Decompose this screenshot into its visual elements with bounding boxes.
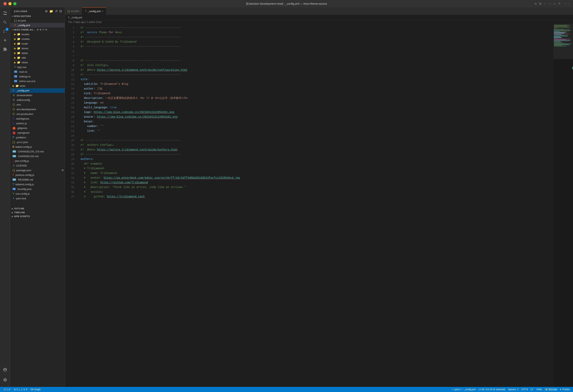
tab-close-button[interactable]: ×: [102, 10, 103, 13]
back-icon[interactable]: ←: [544, 2, 546, 5]
language-status[interactable]: YAML: [535, 388, 543, 391]
minimize-button[interactable]: [8, 2, 12, 5]
sidebar-header-actions[interactable]: ⊕ 📁 ↺ ⊟: [45, 9, 62, 13]
more-actions-icon[interactable]: ···: [564, 2, 570, 5]
folder-utils[interactable]: ▶ 📁 utils: [10, 55, 65, 60]
file-main-ts[interactable]: TS main.ts: [10, 69, 65, 74]
file-config-yml[interactable]: Y _config.yml: [10, 88, 65, 93]
line-number: 4: [65, 39, 74, 44]
source-control-activity-icon[interactable]: 3: [1, 27, 9, 35]
file-editorconfig[interactable]: ⚙ .editorconfig: [10, 98, 65, 102]
file-gitignore[interactable]: ⬤ .gitignore: [10, 126, 65, 130]
npm-scripts-section-header[interactable]: ▶ NPM SCRIPTS: [10, 214, 65, 218]
line-number: 33: [65, 175, 74, 180]
folder-tests[interactable]: ▶ 📁 tests: [10, 84, 65, 88]
yaml-validate-status[interactable]: ✓ yaml | ✓ _config.yml: [450, 388, 477, 391]
new-file-icon[interactable]: ⊕: [45, 9, 48, 13]
prettier-icon: P: [13, 136, 14, 139]
file-changelog[interactable]: MD CHANGELOG.md: [10, 154, 65, 158]
prettier-status[interactable]: ✦ Prettier: [558, 388, 571, 391]
cursor-position-status[interactable]: Ln 40, Col 24 (6 selected): [477, 388, 506, 391]
spaces-status[interactable]: Spaces: 2: [507, 388, 519, 391]
settings-activity-icon[interactable]: [1, 376, 9, 384]
file-tailwind[interactable]: T tailwind.config.js: [10, 182, 65, 187]
folder-locales[interactable]: ▶ 📁 locales: [10, 32, 65, 36]
maximize-button[interactable]: [13, 2, 17, 5]
file-tsconfig[interactable]: TS tsconfig.json: [10, 187, 65, 191]
file-yo-rc[interactable]: { } .yo-rc.json: [10, 140, 65, 144]
open-editor-en-json[interactable]: { } en.json: [10, 18, 65, 23]
eslint-icon: E: [13, 117, 14, 120]
file-changelog-cn[interactable]: MD CHANGELOG_CN.md: [10, 149, 65, 154]
file-package-json[interactable]: { } package.json M: [10, 168, 65, 172]
git-graph-status[interactable]: Git Graph: [29, 387, 42, 392]
tab-config-yml[interactable]: Y _config.yml ×: [82, 7, 106, 15]
encoding-status[interactable]: UTF-8: [520, 388, 529, 391]
file-postcss[interactable]: P postcss.config.js: [10, 172, 65, 177]
tab-en-json[interactable]: { } en.json: [65, 7, 82, 15]
line-number: 11: [65, 72, 74, 77]
code-content[interactable]: #! -------------------------------------…: [77, 24, 554, 387]
refresh-icon[interactable]: ↺: [55, 9, 58, 13]
extensions-activity-icon[interactable]: [1, 45, 9, 53]
file-label: CHANGELOG_CN.md: [18, 150, 65, 153]
folder-styles[interactable]: ▶ 📁 styles: [10, 51, 65, 55]
file-env[interactable]: ⬡ .env: [10, 102, 65, 107]
file-tree: ▶ 📁 locales ▶ 📁 models ▶ 📁 router ▶ 📁 st…: [10, 32, 65, 201]
project-section[interactable]: ▾ HEXO-THEME-AU... ⊕ ⊕ ↺ ⊟: [10, 28, 65, 32]
file-app-vue[interactable]: Y App.vue: [10, 65, 65, 69]
code-line: #! Designed & Coded By TriDiamond: [77, 39, 554, 44]
run-activity-icon[interactable]: [1, 36, 9, 44]
accounts-activity-icon[interactable]: [1, 366, 9, 374]
yarn-icon: ✦: [13, 197, 15, 200]
file-vue-config[interactable]: Y vue.config.js: [10, 191, 65, 196]
file-babel[interactable]: B babel.config.js: [10, 144, 65, 149]
folder-stores[interactable]: ▶ 📁 stores: [10, 46, 65, 51]
open-editors-section[interactable]: ▾ OPEN EDITORS: [10, 14, 65, 18]
outline-section-header[interactable]: ▶ OUTLINE: [10, 206, 65, 210]
file-env-dev[interactable]: ⬡ .env.development: [10, 107, 65, 112]
folder-models[interactable]: ▶ 📁 models: [10, 36, 65, 41]
errors-status[interactable]: ⊘ 0 △ 1 ⊙ 9: [13, 387, 29, 392]
collapse-icon[interactable]: ⊟: [59, 9, 62, 13]
folder-icon: ▶ 📁: [14, 37, 20, 40]
search-activity-icon[interactable]: [1, 18, 9, 26]
file-browserslistrc[interactable]: ⚙ .browserslistrc: [10, 93, 65, 98]
env-icon: ⬡: [13, 108, 15, 111]
split-editor-icon[interactable]: ⫩: [558, 2, 561, 6]
new-folder-icon[interactable]: 📁: [49, 9, 54, 13]
layout-icon[interactable]: ⊡: [535, 2, 537, 6]
close-button[interactable]: [3, 2, 7, 5]
open-editor-config-yml[interactable]: Y _config.yml: [10, 23, 65, 28]
explorer-activity-icon[interactable]: [1, 9, 9, 17]
file-settings-ts[interactable]: TS settings.ts: [10, 74, 65, 79]
line-number: 8: [65, 58, 74, 63]
breadcrumb-item[interactable]: Y _config.yml: [68, 16, 82, 19]
folder-label: tests: [20, 85, 65, 87]
file-license[interactable]: ⊙ LICENSE: [10, 163, 65, 168]
file-readme[interactable]: MD README.md: [10, 177, 65, 182]
code-line: nick: TriDiamond: [77, 91, 554, 96]
git-branch-status[interactable]: ⎇ 1.x*: [2, 387, 12, 392]
folder-router[interactable]: ▶ 📁 router: [10, 41, 65, 46]
go-live-status[interactable]: ⚡ Go Live: [544, 388, 558, 391]
file-shims-vue[interactable]: TS shims-vue.d.ts: [10, 79, 65, 84]
window-controls[interactable]: [3, 2, 17, 5]
timeline-section-header[interactable]: ▶ TIMELINE: [10, 210, 65, 214]
titlebar-actions[interactable]: ⊡ ⧉ ← → ↗ ⫩ ···: [535, 2, 570, 6]
file-jest[interactable]: J jest.config.js: [10, 158, 65, 163]
file-npmignore[interactable]: ⬤ .npmignore: [10, 130, 65, 135]
line-ending-status[interactable]: LF: [529, 388, 535, 391]
file-prettierrc[interactable]: P .prettierrc: [10, 135, 65, 140]
folder-views[interactable]: ▶ 📁 views: [10, 60, 65, 65]
file-env-prod[interactable]: ⬡ .env.production: [10, 112, 65, 116]
file-eslintrc[interactable]: E .eslintrc.js: [10, 121, 65, 126]
split-icon[interactable]: ⧉: [539, 2, 541, 6]
line-number: 1: [65, 25, 74, 30]
line-number: 22: [65, 124, 74, 129]
file-yarn-lock[interactable]: ✦ yarn.lock: [10, 196, 65, 201]
code-line: #! -------------------------------------…: [77, 25, 554, 30]
file-eslintignore[interactable]: E .eslintignore: [10, 116, 65, 121]
go-icon[interactable]: ↗: [554, 2, 555, 6]
forward-icon[interactable]: →: [549, 2, 551, 5]
